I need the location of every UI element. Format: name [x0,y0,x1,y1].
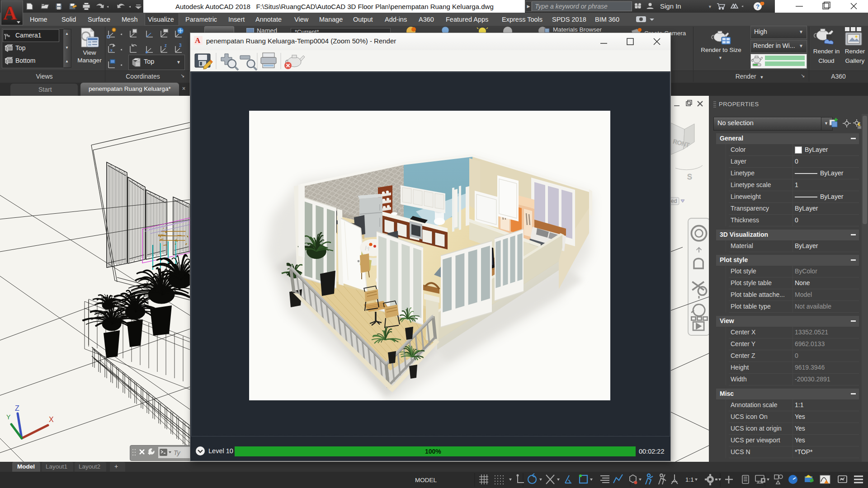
svg-text:Y: Y [6,413,11,421]
svg-text:z: z [165,43,167,48]
svg-text:Materials Browser: Materials Browser [553,26,602,33]
svg-text:1:1: 1:1 [685,476,694,483]
svg-text:S: S [687,173,692,181]
svg-text:ed: ed [671,198,677,204]
svg-text:Z: Z [15,404,19,412]
svg-text:X: X [49,416,54,423]
svg-text:A: A [3,3,17,23]
svg-text:?: ? [756,3,760,10]
svg-text:Ty: Ty [174,449,181,456]
svg-text:3: 3 [179,43,182,48]
svg-text:MODEL: MODEL [415,477,437,483]
svg-text:Sign In: Sign In [660,2,681,10]
svg-text:x: x [110,48,113,52]
